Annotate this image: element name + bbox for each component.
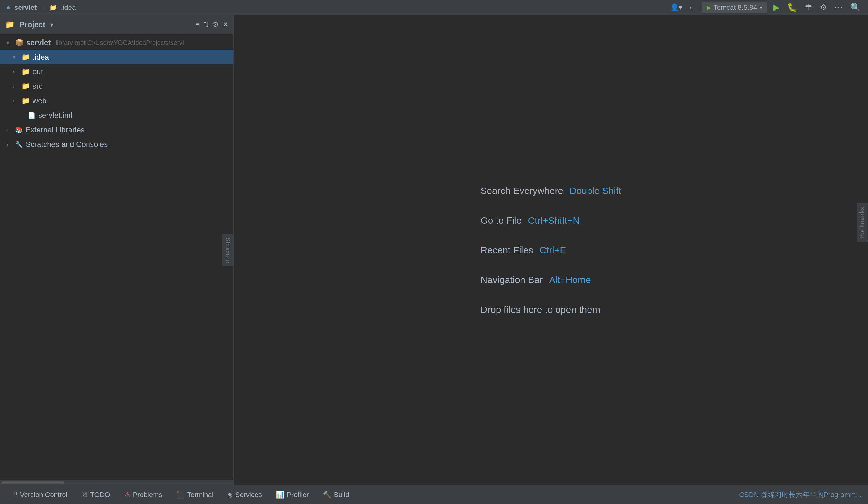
src-label: src: [32, 82, 43, 91]
structure-tab[interactable]: Structure: [222, 234, 234, 266]
search-icon[interactable]: 🔍: [849, 1, 862, 13]
hint-drop: Drop files here to open them: [480, 304, 621, 315]
collapse-all-icon[interactable]: ≡: [195, 21, 199, 29]
back-icon[interactable]: ←: [687, 2, 697, 13]
coverage-button[interactable]: ☂: [804, 1, 813, 13]
nav-hint-label: Navigation Bar: [480, 275, 542, 285]
build-btn[interactable]: 🔨 Build: [316, 485, 356, 504]
extlibs-icon: 📚: [15, 126, 23, 134]
panel-title: Project: [20, 20, 45, 29]
titlebar: ● servlet › 📁 .idea 👤▾ ← ▶ Tomcat 8.5.84…: [0, 0, 868, 15]
vc-label: Version Control: [20, 491, 67, 499]
project-name: servlet: [14, 3, 37, 12]
scrollbar-thumb[interactable]: [1, 481, 64, 484]
root-meta: library root C:\Users\YOGA\IdeaProjects\…: [55, 39, 184, 47]
problems-btn[interactable]: ⚠ Problems: [117, 485, 169, 504]
extlibs-chevron: ›: [6, 127, 13, 133]
settings-panel-icon[interactable]: ⚙: [213, 21, 219, 29]
tomcat-chevron: ▾: [760, 4, 762, 10]
root-label: servlet: [26, 38, 51, 47]
account-icon[interactable]: 👤▾: [670, 3, 682, 12]
web-chevron: ›: [13, 97, 19, 104]
tree-item-out[interactable]: › 📁 out: [0, 64, 234, 79]
tree-root[interactable]: ▾ 📦 servlet library root C:\Users\YOGA\I…: [0, 35, 234, 50]
scratches-chevron: ›: [6, 141, 13, 148]
close-panel-icon[interactable]: ✕: [223, 21, 228, 29]
panel-dropdown-icon[interactable]: ▾: [50, 21, 53, 29]
main-content: Search Everywhere Double Shift Go to Fil…: [234, 15, 868, 485]
sidebar: 📁 Project ▾ ≡ ⇅ ⚙ ✕ ▾ 📦 servlet library …: [0, 15, 234, 485]
src-chevron: ›: [13, 83, 19, 90]
project-icon: ●: [6, 3, 10, 12]
root-folder-icon: 📦: [15, 39, 24, 47]
recent-hint-shortcut: Ctrl+E: [539, 245, 566, 256]
tree-item-web[interactable]: › 📁 web: [0, 94, 234, 108]
settings-icon[interactable]: ⚙: [818, 1, 828, 13]
goto-hint-label: Go to File: [480, 215, 521, 226]
out-chevron: ›: [13, 69, 19, 75]
structure-label: Structure: [225, 237, 231, 263]
tree-item-ext-libs[interactable]: › 📚 External Libraries: [0, 123, 234, 137]
nav-hint-shortcut: Alt+Home: [549, 275, 591, 285]
services-icon: ◈: [227, 491, 233, 499]
title-left: ● servlet › 📁 .idea: [6, 3, 76, 12]
hint-goto: Go to File Ctrl+Shift+N: [480, 215, 621, 226]
terminal-label: Terminal: [187, 491, 214, 499]
hint-search: Search Everywhere Double Shift: [480, 185, 621, 196]
problems-label: Problems: [133, 491, 162, 499]
profiler-icon: 📊: [276, 491, 284, 499]
out-label: out: [32, 67, 43, 76]
idea-folder-name: .idea: [61, 3, 76, 12]
profiler-btn[interactable]: 📊 Profiler: [269, 485, 316, 504]
horizontal-scrollbar[interactable]: [0, 480, 234, 485]
profiler-label: Profiler: [287, 491, 309, 499]
tomcat-run-icon: ▶: [706, 4, 711, 11]
web-folder-icon: 📁: [21, 97, 30, 105]
out-folder-icon: 📁: [21, 68, 30, 76]
recent-hint-label: Recent Files: [480, 245, 533, 256]
drop-hint-text: Drop files here to open them: [480, 304, 600, 315]
iml-label: servlet.iml: [38, 111, 72, 120]
tomcat-label: Tomcat 8.5.84: [714, 3, 757, 12]
sidebar-inner: 📁 Project ▾ ≡ ⇅ ⚙ ✕ ▾ 📦 servlet library …: [0, 15, 234, 485]
services-btn[interactable]: ◈ Services: [220, 485, 269, 504]
terminal-btn[interactable]: ⬛ Terminal: [169, 485, 220, 504]
extlibs-label: External Libraries: [25, 125, 85, 134]
todo-btn[interactable]: ☑ TODO: [74, 485, 117, 504]
version-control-btn[interactable]: ⑂ Version Control: [6, 485, 74, 504]
run-button[interactable]: ▶: [772, 1, 781, 13]
idea-folder-icon: 📁: [21, 53, 30, 61]
csdn-text: CSDN @练习时长六年半的Programm...: [739, 491, 862, 498]
services-label: Services: [235, 491, 262, 499]
vc-icon: ⑂: [13, 491, 17, 499]
status-right-text: CSDN @练习时长六年半的Programm...: [739, 490, 862, 500]
panel-header: 📁 Project ▾ ≡ ⇅ ⚙ ✕: [0, 15, 234, 34]
tomcat-dropdown[interactable]: ▶ Tomcat 8.5.84 ▾: [702, 2, 767, 13]
tree-item-src[interactable]: › 📁 src: [0, 79, 234, 94]
build-icon: 🔨: [323, 491, 331, 499]
bookmarks-label: Bookmarks: [858, 207, 866, 239]
file-tree: ▾ 📦 servlet library root C:\Users\YOGA\I…: [0, 34, 234, 480]
web-label: web: [32, 96, 46, 105]
tree-item-servlet-iml[interactable]: › 📄 servlet.iml: [0, 108, 234, 123]
idea-chevron: ▾: [13, 54, 19, 61]
more-icon[interactable]: ⋯: [833, 1, 844, 13]
sort-icon[interactable]: ⇅: [203, 21, 209, 29]
scratches-icon: 🔧: [15, 141, 23, 148]
root-chevron: ▾: [6, 39, 13, 46]
problems-icon: ⚠: [124, 491, 131, 499]
goto-hint-shortcut: Ctrl+Shift+N: [528, 215, 579, 226]
title-right: 👤▾ ← ▶ Tomcat 8.5.84 ▾ ▶ 🐛 ☂ ⚙ ⋯ 🔍: [670, 1, 862, 13]
welcome-hints: Search Everywhere Double Shift Go to Fil…: [468, 173, 634, 328]
iml-file-icon: 📄: [28, 112, 36, 119]
search-hint-shortcut: Double Shift: [569, 185, 621, 196]
debug-button[interactable]: 🐛: [786, 1, 798, 13]
hint-nav: Navigation Bar Alt+Home: [480, 275, 621, 285]
hint-recent: Recent Files Ctrl+E: [480, 245, 621, 256]
tree-item-idea[interactable]: ▾ 📁 .idea: [0, 50, 234, 64]
statusbar: ⑂ Version Control ☑ TODO ⚠ Problems ⬛ Te…: [0, 485, 868, 504]
todo-icon: ☑: [81, 491, 87, 499]
tree-item-scratches[interactable]: › 🔧 Scratches and Consoles: [0, 137, 234, 152]
bookmarks-tab[interactable]: Bookmarks: [857, 203, 868, 243]
scratches-label: Scratches and Consoles: [25, 140, 108, 149]
